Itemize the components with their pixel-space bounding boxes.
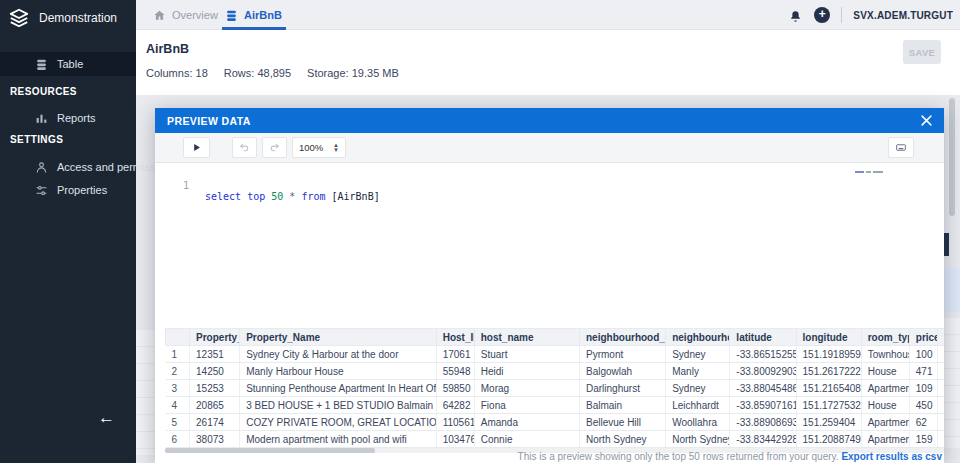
sidebar-item-access-and-permissions[interactable]: Access and permissions	[0, 155, 136, 179]
notifications-bell-icon[interactable]	[788, 8, 803, 23]
zoom-level-select[interactable]: 100% ▲▼	[292, 137, 346, 158]
table-cell: Stuart	[474, 346, 579, 363]
table-cell: 159	[909, 431, 937, 448]
table-cell: Sydney City & Harbour at the door	[240, 346, 436, 363]
table-cell: 2	[937, 380, 944, 397]
table-cell: Connie	[474, 431, 579, 448]
app-name: Demonstration	[39, 11, 117, 25]
table-cell: Sydney	[666, 380, 730, 397]
modal-header: PREVIEW DATA	[155, 108, 944, 133]
background-table-rows	[136, 330, 155, 455]
code-line: 1 select top 50 * from [AirBnB]	[155, 169, 944, 183]
grid-horizontal-scrollbar-thumb[interactable]	[165, 448, 375, 453]
tab-airbnb[interactable]: AirBnB	[225, 0, 282, 30]
row-index-cell: 6	[166, 431, 190, 448]
zoom-level-value: 100%	[299, 142, 333, 153]
table-cell: Pyrmont	[580, 346, 666, 363]
table-cell: Balmain	[580, 397, 666, 414]
column-header: neighbourhood_group	[580, 329, 666, 346]
table-cell: 471	[909, 363, 937, 380]
table-cell: Woollahra	[666, 414, 730, 431]
table-cell: 100	[909, 346, 937, 363]
table-cell: -33.80092903	[730, 363, 796, 380]
preview-footer: This is a preview showing only the top 5…	[518, 451, 942, 462]
results-grid: Property_IDProperty_NameHost_IDhost_name…	[165, 328, 944, 448]
username: SVX.ADEM.TURGUT	[853, 10, 953, 21]
column-header: Host_ID	[436, 329, 474, 346]
sidebar-section-resources: RESOURCES	[10, 86, 77, 97]
table-cell: 151.2165408	[796, 380, 861, 397]
page-title: AirBnB	[146, 42, 189, 56]
active-tab-indicator	[222, 27, 286, 30]
code-token: 50	[271, 191, 283, 202]
table-cell: Morag	[474, 380, 579, 397]
code-token: [AirBnB]	[332, 191, 380, 202]
minimap-mark	[873, 171, 883, 173]
column-header: Property_ID	[190, 329, 240, 346]
sidebar-item-label: Properties	[57, 184, 107, 196]
keyboard-shortcuts-button[interactable]	[888, 137, 914, 158]
column-header: longitude	[796, 329, 861, 346]
person-icon	[35, 161, 48, 174]
background-selected-row	[944, 268, 960, 312]
table-cell: 15253	[190, 380, 240, 397]
line-number: 1	[183, 180, 189, 191]
undo-button[interactable]	[232, 137, 257, 158]
home-icon	[153, 9, 166, 22]
table-cell: 1	[937, 414, 944, 431]
minimap-mark	[855, 171, 864, 173]
topbar-divider	[841, 7, 842, 23]
table-row: 315253Stunning Penthouse Apartment In He…	[166, 380, 945, 397]
table-cell: 26174	[190, 414, 240, 431]
table-cell: Fiona	[474, 397, 579, 414]
code-token: top	[247, 191, 265, 202]
table-cell: 20865	[190, 397, 240, 414]
code-token: from	[301, 191, 325, 202]
table-cell: Townhouse	[861, 346, 909, 363]
minimap-mark	[866, 171, 871, 173]
editor-toolbar: 100% ▲▼	[155, 133, 944, 163]
background-button-edge	[944, 233, 949, 256]
table-cell: Bellevue Hill	[580, 414, 666, 431]
table-cell: 151.2088749	[796, 431, 861, 448]
table-cell: 55948	[436, 363, 474, 380]
table-cell: Stunning Penthouse Apartment In Heart Of…	[240, 380, 436, 397]
row-index-cell: 2	[166, 363, 190, 380]
sql-statement: select top 50 * from [AirBnB]	[205, 191, 380, 202]
table-cell: 151.1918959	[796, 346, 861, 363]
sidebar-item-table[interactable]: Table	[0, 52, 136, 76]
sidebar-item-reports[interactable]: Reports	[0, 106, 136, 130]
redo-button[interactable]	[262, 137, 287, 158]
sliders-icon	[35, 184, 48, 197]
export-csv-link[interactable]: Export results as csv	[841, 451, 942, 462]
table-cell: 151.259404	[796, 414, 861, 431]
run-query-button[interactable]	[183, 137, 210, 158]
row-index-header	[166, 329, 190, 346]
sidebar-item-properties[interactable]: Properties	[0, 178, 136, 202]
editor-minimap	[855, 170, 887, 176]
table-cell: 7	[937, 397, 944, 414]
sidebar-section-settings: SETTINGS	[10, 134, 63, 145]
tab-overview[interactable]: Overview	[153, 0, 218, 30]
table-cell: -33.86515255	[730, 346, 796, 363]
table-cell: Heidi	[474, 363, 579, 380]
stat-rows: Rows: 48,895	[224, 67, 291, 79]
table-cell: 110561	[436, 414, 474, 431]
table-cell: 3 BED HOUSE + 1 BED STUDIO Balmain	[240, 397, 436, 414]
table-cell: Darlinghurst	[580, 380, 666, 397]
table-row: 4208653 BED HOUSE + 1 BED STUDIO Balmain…	[166, 397, 945, 414]
page-scrollbar[interactable]	[949, 98, 955, 216]
table-cell: Manly Harbour House	[240, 363, 436, 380]
table-cell: 12351	[190, 346, 240, 363]
add-plus-icon[interactable]: +	[814, 7, 830, 23]
save-button[interactable]: SAVE	[903, 40, 941, 64]
table-cell: Apartment	[861, 380, 909, 397]
close-icon[interactable]	[919, 113, 934, 128]
back-arrow-icon[interactable]: ←	[98, 408, 115, 428]
table-cell: Apartment	[861, 431, 909, 448]
table-row: 214250Manly Harbour House55948HeidiBalgo…	[166, 363, 945, 380]
modal-title: PREVIEW DATA	[167, 115, 251, 127]
tab-label: AirBnB	[244, 9, 282, 21]
table-cell: Amanda	[474, 414, 579, 431]
sql-editor[interactable]: 1 select top 50 * from [AirBnB]	[155, 163, 944, 328]
